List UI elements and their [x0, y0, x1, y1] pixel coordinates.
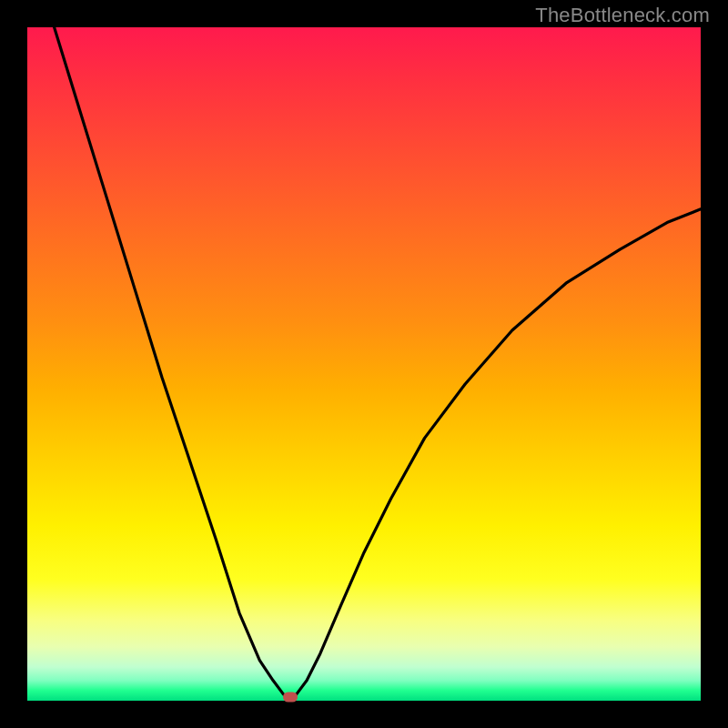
curve-svg — [27, 27, 701, 701]
plot-area — [27, 27, 701, 701]
chart-frame: TheBottleneck.com — [0, 0, 728, 728]
watermark-text: TheBottleneck.com — [535, 4, 710, 27]
minimum-marker — [283, 693, 298, 703]
bottleneck-curve-path — [55, 27, 701, 701]
